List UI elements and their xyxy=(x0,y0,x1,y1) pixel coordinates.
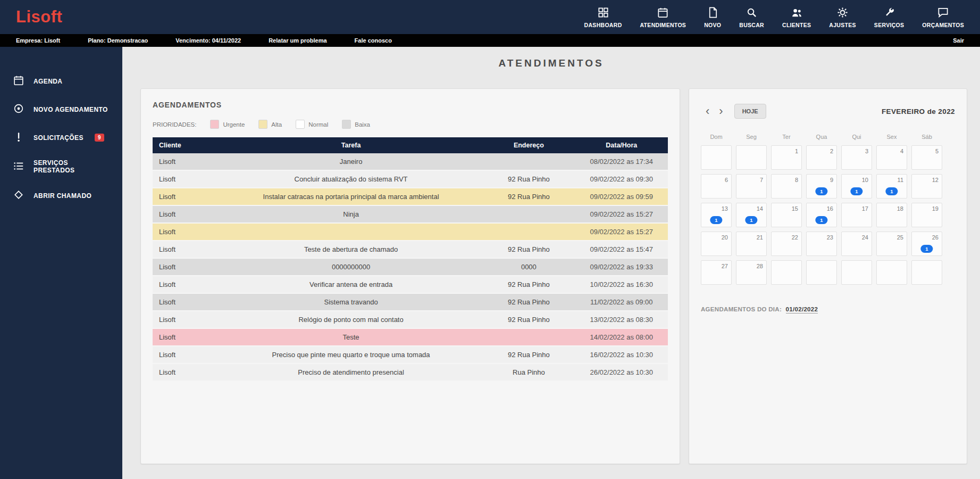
app-logo[interactable]: Lisoft xyxy=(16,7,62,27)
agendamentos-title: AGENDAMENTOS xyxy=(153,101,668,109)
calendar-cell[interactable]: 12 xyxy=(911,174,942,199)
calendar-dayname: Sex xyxy=(876,134,907,140)
calendar-cell[interactable]: 18 xyxy=(876,203,907,227)
calendar-cell[interactable]: 27 xyxy=(701,260,732,285)
table-row[interactable]: LisoftSistema travando92 Rua Pinho11/02/… xyxy=(153,293,668,311)
calendar-cell[interactable]: 3 xyxy=(841,145,872,170)
table-row[interactable]: LisoftJaneiro08/02/2022 as 17:34 xyxy=(153,153,668,170)
table-row[interactable]: LisoftInstalar catracas na portaria prin… xyxy=(153,188,668,205)
cell-endereco: 0000 xyxy=(482,258,575,276)
calendar-cell[interactable]: 111 xyxy=(876,174,907,199)
calendar-cell[interactable]: 28 xyxy=(736,260,767,285)
sidebar-item-solicitacoes[interactable]: SOLICITAÇÕES 9 xyxy=(0,123,122,152)
contact-link[interactable]: Fale conosco xyxy=(355,37,392,44)
calendar-day-number: 5 xyxy=(935,148,939,154)
legend-label: Urgente xyxy=(223,121,245,128)
nav-dashboard[interactable]: DASHBOARD xyxy=(584,6,622,28)
calendar-cell[interactable]: 22 xyxy=(771,232,802,256)
table-row[interactable]: Lisoft09/02/2022 as 15:27 xyxy=(153,223,668,241)
cell-endereco: Rua Pinho xyxy=(482,364,575,381)
calendar-cell[interactable]: 7 xyxy=(736,174,767,199)
calendar-cell[interactable]: 17 xyxy=(841,203,872,227)
top-header: Lisoft DASHBOARD ATENDIMENTOS NOVO BUSCA… xyxy=(0,0,980,34)
calendar-day-number: 26 xyxy=(932,234,939,241)
report-problem-link[interactable]: Relatar um problema xyxy=(269,37,326,44)
calendar-event-badge[interactable]: 1 xyxy=(850,187,862,195)
today-button[interactable]: HOJE xyxy=(734,104,766,119)
chat-icon xyxy=(937,6,949,20)
calendar-cell[interactable]: 8 xyxy=(771,174,802,199)
cell-datahora: 10/02/2022 as 16:30 xyxy=(575,276,668,293)
cell-tarefa: Preciso que pinte meu quarto e troque um… xyxy=(220,346,482,364)
sidebar-item-agenda[interactable]: AGENDA xyxy=(0,67,122,95)
calendar-day-number: 13 xyxy=(722,205,728,212)
sidebar-item-servicos-prestados[interactable]: SERVIÇOS PRESTADOS xyxy=(0,152,122,181)
plan-label: Plano: Demonstracao xyxy=(88,37,148,44)
table-row[interactable]: LisoftPreciso que pinte meu quarto e tro… xyxy=(153,346,668,364)
calendar-day-number: 6 xyxy=(725,177,728,183)
calendar-day-number: 21 xyxy=(757,234,763,241)
calendar-cell[interactable]: 23 xyxy=(806,232,837,256)
calendar-cell[interactable]: 20 xyxy=(701,232,732,256)
calendar-month-title: FEVEREIRO de 2022 xyxy=(882,108,955,115)
calendar-event-badge[interactable]: 1 xyxy=(920,245,933,253)
calendar-daynames: DomSegTerQuaQuiSexSáb xyxy=(701,134,955,140)
cell-datahora: 09/02/2022 as 09:59 xyxy=(575,188,668,205)
sidebar-item-abrir-chamado[interactable]: ABRIR CHAMADO xyxy=(0,181,122,210)
cell-endereco xyxy=(482,328,575,346)
day-schedule-label: AGENDAMENTOS DO DIA: xyxy=(701,306,782,312)
nav-buscar[interactable]: BUSCAR xyxy=(739,6,764,28)
sidebar-item-novo-agendamento[interactable]: NOVO AGENDAMENTO xyxy=(0,95,122,123)
calendar-cell[interactable]: 2 xyxy=(806,145,837,170)
nav-orcamentos[interactable]: ORÇAMENTOS xyxy=(922,6,964,28)
column-header: Endereço xyxy=(482,137,575,153)
calendar-cell[interactable]: 15 xyxy=(771,203,802,227)
calendar-cell[interactable]: 19 xyxy=(911,203,942,227)
table-row[interactable]: LisoftVerificar antena de entrada92 Rua … xyxy=(153,276,668,293)
nav-ajustes[interactable]: AJUSTES xyxy=(829,6,856,28)
table-row[interactable]: LisoftConcluir atualização do sistema RV… xyxy=(153,170,668,188)
cell-datahora: 26/02/2022 as 10:30 xyxy=(575,364,668,381)
nav-servicos[interactable]: SERVIÇOS xyxy=(874,6,904,28)
calendar-event-badge[interactable]: 1 xyxy=(710,216,722,224)
table-row[interactable]: LisoftTeste de abertura de chamado92 Rua… xyxy=(153,241,668,258)
table-row[interactable]: LisoftPreciso de atendimento presencialR… xyxy=(153,364,668,381)
day-schedule-date[interactable]: 01/02/2022 xyxy=(786,306,818,313)
calendar-event-badge[interactable]: 1 xyxy=(745,216,757,224)
cell-cliente: Lisoft xyxy=(153,258,220,276)
table-row[interactable]: LisoftRelógio de ponto com mal contato92… xyxy=(153,311,668,328)
calendar-cell[interactable]: 5 xyxy=(911,145,942,170)
calendar-cell[interactable]: 21 xyxy=(736,232,767,256)
calendar-cell[interactable]: 141 xyxy=(736,203,767,227)
nav-atendimentos[interactable]: ATENDIMENTOS xyxy=(640,6,686,28)
cell-cliente: Lisoft xyxy=(153,153,220,170)
calendar-event-badge[interactable]: 1 xyxy=(815,216,827,224)
table-row[interactable]: LisoftNinja09/02/2022 as 15:27 xyxy=(153,205,668,223)
nav-clientes[interactable]: CLIENTES xyxy=(782,6,811,28)
cell-datahora: 16/02/2022 as 10:30 xyxy=(575,346,668,364)
calendar-event-badge[interactable]: 1 xyxy=(815,187,827,195)
nav-novo[interactable]: NOVO xyxy=(704,6,721,28)
sidebar-item-label: SERVIÇOS PRESTADOS xyxy=(33,159,110,174)
calendar-cell[interactable]: 101 xyxy=(841,174,872,199)
calendar-cell[interactable]: 25 xyxy=(876,232,907,256)
calendar-cell[interactable]: 91 xyxy=(806,174,837,199)
legend-urgente: Urgente xyxy=(210,120,245,129)
calendar-cell[interactable]: 1 xyxy=(771,145,802,170)
cell-datahora: 08/02/2022 as 17:34 xyxy=(575,153,668,170)
calendar-cell[interactable]: 24 xyxy=(841,232,872,256)
calendar-event-badge[interactable]: 1 xyxy=(885,187,898,195)
calendar-cell[interactable]: 131 xyxy=(701,203,732,227)
calendar-day-number: 18 xyxy=(897,205,903,212)
calendar-cell[interactable]: 261 xyxy=(911,232,942,256)
calendar-prev-button[interactable]: ‹ xyxy=(701,105,714,117)
urgente-swatch xyxy=(210,120,219,129)
calendar-cell[interactable]: 4 xyxy=(876,145,907,170)
calendar-cell[interactable]: 6 xyxy=(701,174,732,199)
table-row[interactable]: LisoftTeste14/02/2022 as 08:00 xyxy=(153,328,668,346)
cell-tarefa: Instalar catracas na portaria principal … xyxy=(220,188,482,205)
calendar-cell[interactable]: 161 xyxy=(806,203,837,227)
table-row[interactable]: Lisoft0000000000000009/02/2022 as 19:33 xyxy=(153,258,668,276)
logout-link[interactable]: Sair xyxy=(953,37,964,44)
calendar-next-button[interactable]: › xyxy=(714,105,727,117)
